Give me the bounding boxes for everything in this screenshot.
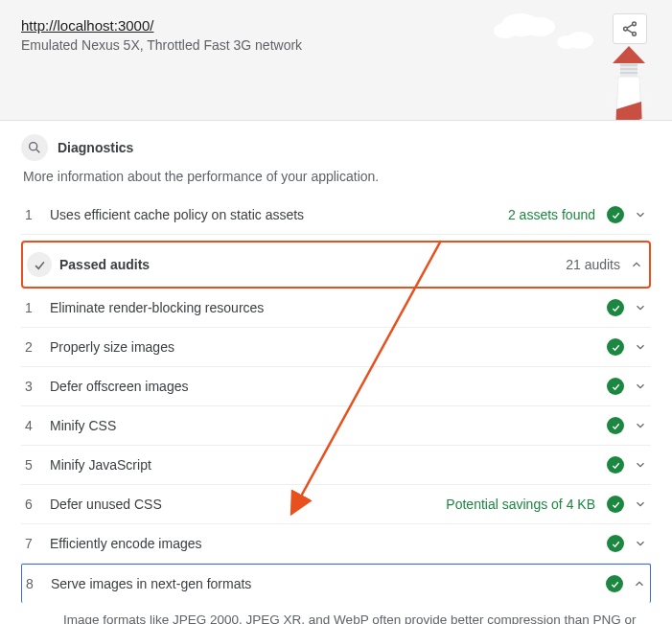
check-icon (27, 252, 52, 277)
audit-index: 1 (25, 207, 50, 222)
pass-badge-icon (607, 338, 624, 356)
audit-title: Properly size images (50, 339, 607, 355)
diagnostics-description: More information about the performance o… (23, 169, 651, 184)
audit-extra: 2 assets found (508, 207, 595, 222)
passed-audits-list: 1Eliminate render-blocking resources2Pro… (21, 289, 651, 603)
audit-title: Defer unused CSS (50, 497, 446, 512)
svg-point-2 (633, 32, 637, 35)
passed-audit-row[interactable]: 3Defer offscreen images (21, 367, 651, 406)
chevron-down-icon (634, 537, 647, 550)
diagnostics-title: Diagnostics (58, 140, 133, 155)
svg-line-4 (627, 30, 633, 33)
pass-badge-icon (607, 417, 624, 434)
share-icon (621, 20, 638, 37)
audit-title: Efficiently encode images (50, 536, 607, 551)
passed-audit-row[interactable]: 1Eliminate render-blocking resources (21, 289, 651, 328)
pass-badge-icon (607, 206, 624, 223)
pass-badge-icon (607, 456, 624, 474)
audit-expanded-text: Image formats like JPEG 2000, JPEG XR, a… (63, 612, 637, 624)
svg-rect-10 (620, 63, 637, 77)
pass-badge-icon (607, 535, 624, 552)
passed-audits-count: 21 audits (566, 257, 620, 272)
audit-index: 8 (26, 576, 51, 591)
svg-point-0 (633, 22, 637, 26)
audit-title: Uses efficient cache policy on static as… (50, 207, 508, 222)
svg-line-15 (36, 150, 39, 152)
passed-audit-row[interactable]: 5Minify JavaScript (21, 446, 651, 485)
svg-line-3 (627, 25, 633, 28)
chevron-up-icon (633, 577, 646, 590)
audit-index: 7 (25, 536, 50, 551)
passed-audit-row[interactable]: 4Minify CSS (21, 406, 651, 446)
svg-point-14 (30, 143, 37, 150)
audit-expanded-description: Image formats like JPEG 2000, JPEG XR, a… (21, 603, 651, 624)
passed-audit-row[interactable]: 8Serve images in next-gen formats (21, 564, 651, 603)
chevron-down-icon (634, 497, 647, 511)
chevron-up-icon (630, 258, 643, 271)
magnifier-icon (21, 134, 48, 161)
chevron-down-icon (634, 419, 647, 432)
audit-title: Defer offscreen images (50, 379, 607, 394)
chevron-down-icon (634, 301, 647, 314)
chevron-down-icon (634, 380, 647, 393)
pass-badge-icon (607, 378, 624, 395)
audit-title: Eliminate render-blocking resources (50, 300, 607, 315)
audit-index: 5 (25, 457, 50, 473)
pass-badge-icon (606, 575, 623, 592)
chevron-down-icon (634, 458, 647, 472)
passed-audits-title: Passed audits (59, 257, 566, 272)
share-button[interactable] (613, 13, 647, 44)
audit-index: 6 (25, 497, 50, 512)
passed-audit-row[interactable]: 7Efficiently encode images (21, 524, 651, 564)
pass-badge-icon (607, 496, 624, 513)
audit-extra: Potential savings of 4 KB (446, 497, 595, 512)
diagnostics-section-header: Diagnostics (21, 134, 651, 161)
report-header: http://localhost:3000/ Emulated Nexus 5X… (0, 0, 672, 121)
tested-url[interactable]: http://localhost:3000/ (21, 17, 651, 34)
chevron-down-icon (634, 340, 647, 354)
passed-audit-row[interactable]: 2Properly size images (21, 328, 651, 367)
audit-title: Minify CSS (50, 418, 607, 433)
diagnostics-audit-row[interactable]: 1 Uses efficient cache policy on static … (21, 196, 651, 235)
audit-index: 2 (25, 339, 50, 355)
report-body: Diagnostics More information about the p… (0, 121, 672, 624)
audit-index: 3 (25, 379, 50, 394)
emulation-info: Emulated Nexus 5X, Throttled Fast 3G net… (21, 37, 651, 53)
audit-index: 1 (25, 300, 50, 315)
pass-badge-icon (607, 299, 624, 316)
audit-title: Serve images in next-gen formats (51, 576, 606, 591)
chevron-down-icon (634, 208, 647, 221)
passed-audits-header[interactable]: Passed audits 21 audits (21, 241, 651, 289)
svg-point-1 (624, 27, 628, 31)
passed-audit-row[interactable]: 6Defer unused CSSPotential savings of 4 … (21, 485, 651, 524)
lighthouse-icon (605, 44, 653, 121)
audit-index: 4 (25, 418, 50, 433)
audit-title: Minify JavaScript (50, 457, 607, 473)
